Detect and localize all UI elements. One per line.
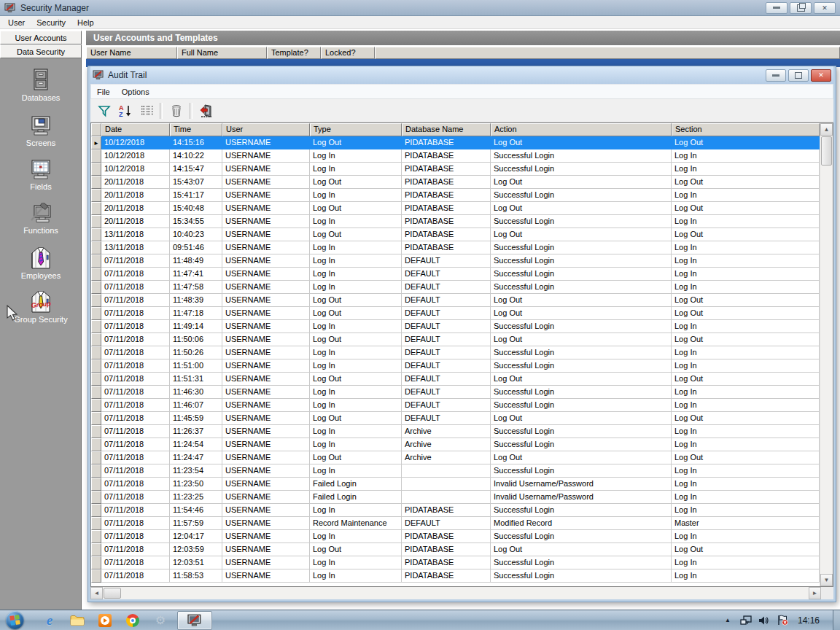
cell-section[interactable]: Log In xyxy=(672,149,820,163)
cell-date[interactable]: 07/11/2018 xyxy=(101,478,170,491)
table-row[interactable]: 07/11/201811:48:39USERNAMELog OutDEFAULT… xyxy=(91,294,820,307)
cell-action[interactable]: Successful Login xyxy=(491,215,672,228)
cell-action[interactable]: Log Out xyxy=(491,543,672,556)
cell-type[interactable]: Log In xyxy=(310,359,402,373)
cell-user[interactable]: USERNAME xyxy=(222,451,310,464)
cell-time[interactable]: 11:51:00 xyxy=(170,359,222,373)
cell-action[interactable]: Successful Login xyxy=(491,254,672,268)
cell-database-name[interactable]: DEFAULT xyxy=(402,333,491,346)
cell-section[interactable]: Log In xyxy=(672,438,820,451)
table-row[interactable]: 13/11/201809:51:46USERNAMELog InPIDATABA… xyxy=(91,241,820,254)
cell-type[interactable]: Log Out xyxy=(310,307,402,320)
row-selector[interactable] xyxy=(91,281,101,294)
table-row[interactable]: 07/11/201811:51:31USERNAMELog OutDEFAULT… xyxy=(91,373,820,386)
table-row[interactable]: 07/11/201811:57:59USERNAMERecord Mainten… xyxy=(91,517,820,530)
cell-database-name[interactable]: DEFAULT xyxy=(402,294,491,307)
cell-section[interactable]: Log Out xyxy=(672,176,820,189)
cell-type[interactable]: Log In xyxy=(310,399,402,412)
cell-user[interactable]: USERNAME xyxy=(222,464,310,478)
cell-type[interactable]: Log Out xyxy=(310,228,402,241)
cell-date[interactable]: 07/11/2018 xyxy=(101,543,170,556)
row-selector[interactable] xyxy=(91,504,101,517)
cell-action[interactable]: Successful Login xyxy=(491,189,672,202)
cell-type[interactable]: Log In xyxy=(310,530,402,543)
row-selector[interactable]: ► xyxy=(91,136,101,149)
minimize-button[interactable] xyxy=(766,2,788,14)
cell-date[interactable]: 07/11/2018 xyxy=(101,307,170,320)
audit-maximize-button[interactable] xyxy=(788,69,809,82)
scroll-right-button[interactable]: ► xyxy=(809,587,821,599)
cell-type[interactable]: Log Out xyxy=(310,202,402,215)
cell-section[interactable]: Log In xyxy=(672,556,820,569)
menu-help[interactable]: Help xyxy=(71,18,100,28)
row-selector[interactable] xyxy=(91,425,101,438)
cell-date[interactable]: 07/11/2018 xyxy=(101,399,170,412)
cell-user[interactable]: USERNAME xyxy=(222,268,310,281)
volume-icon[interactable] xyxy=(758,615,770,626)
row-selector[interactable] xyxy=(91,163,101,176)
row-selector[interactable] xyxy=(91,215,101,228)
exit-button[interactable] xyxy=(195,101,217,120)
cell-type[interactable]: Log In xyxy=(310,556,402,569)
table-row[interactable]: 07/11/201811:23:50USERNAMEFailed LoginIn… xyxy=(91,478,820,491)
cell-type[interactable]: Log In xyxy=(310,268,402,281)
cell-section[interactable]: Log In xyxy=(672,569,820,583)
table-row[interactable]: 07/11/201812:03:59USERNAMELog OutPIDATAB… xyxy=(91,543,820,556)
cell-section[interactable]: Log In xyxy=(672,254,820,268)
cell-user[interactable]: USERNAME xyxy=(222,399,310,412)
cell-date[interactable]: 20/11/2018 xyxy=(101,176,170,189)
cell-action[interactable]: Successful Login xyxy=(491,530,672,543)
action-center-flag-icon[interactable] xyxy=(777,615,788,626)
cell-database-name[interactable]: DEFAULT xyxy=(402,399,491,412)
cell-section[interactable]: Log In xyxy=(672,530,820,543)
cell-database-name[interactable]: DEFAULT xyxy=(402,373,491,386)
cell-section[interactable]: Log Out xyxy=(672,543,820,556)
cell-date[interactable]: 07/11/2018 xyxy=(101,320,170,333)
cell-section[interactable]: Log Out xyxy=(672,136,820,149)
cell-type[interactable]: Log Out xyxy=(310,294,402,307)
cell-date[interactable]: 10/12/2018 xyxy=(101,136,170,149)
cell-user[interactable]: USERNAME xyxy=(222,569,310,583)
menu-options[interactable]: Options xyxy=(116,87,155,97)
table-row[interactable]: 07/11/201812:03:51USERNAMELog InPIDATABA… xyxy=(91,556,820,569)
cell-date[interactable]: 20/11/2018 xyxy=(101,202,170,215)
cell-time[interactable]: 12:04:17 xyxy=(170,530,222,543)
row-selector[interactable] xyxy=(91,307,101,320)
tab-data-security[interactable]: Data Security xyxy=(0,44,82,58)
cell-time[interactable]: 15:34:55 xyxy=(170,215,222,228)
cell-date[interactable]: 07/11/2018 xyxy=(101,491,170,504)
cell-section[interactable]: Log In xyxy=(672,425,820,438)
cell-type[interactable]: Log Out xyxy=(310,176,402,189)
cell-user[interactable]: USERNAME xyxy=(222,176,310,189)
cell-time[interactable]: 11:45:59 xyxy=(170,412,222,425)
cell-time[interactable]: 10:40:23 xyxy=(170,228,222,241)
cell-action[interactable]: Successful Login xyxy=(491,399,672,412)
tab-user-accounts[interactable]: User Accounts xyxy=(0,31,82,44)
cell-action[interactable]: Log Out xyxy=(491,228,672,241)
cell-type[interactable]: Failed Login xyxy=(310,491,402,504)
cell-action[interactable]: Successful Login xyxy=(491,425,672,438)
cell-database-name[interactable]: PIDATABASE xyxy=(402,530,491,543)
cell-action[interactable]: Invalid Username/Password xyxy=(491,491,672,504)
column-header-type[interactable]: Type xyxy=(310,123,402,136)
cell-type[interactable]: Log In xyxy=(310,189,402,202)
row-selector[interactable] xyxy=(91,491,101,504)
cell-time[interactable]: 15:41:17 xyxy=(170,189,222,202)
column-header-section[interactable]: Section xyxy=(672,123,820,136)
cell-time[interactable]: 14:15:16 xyxy=(170,136,222,149)
cell-action[interactable]: Successful Login xyxy=(491,438,672,451)
cell-type[interactable]: Log Out xyxy=(310,333,402,346)
cell-section[interactable]: Log In xyxy=(672,504,820,517)
cell-date[interactable]: 20/11/2018 xyxy=(101,215,170,228)
settings-gear-icon[interactable]: ⚙ xyxy=(149,611,171,630)
cell-time[interactable]: 11:46:30 xyxy=(170,386,222,399)
cell-user[interactable]: USERNAME xyxy=(222,386,310,399)
cell-date[interactable]: 07/11/2018 xyxy=(101,530,170,543)
row-selector[interactable] xyxy=(91,359,101,373)
cell-user[interactable]: USERNAME xyxy=(222,241,310,254)
cell-time[interactable]: 11:48:39 xyxy=(170,294,222,307)
cell-user[interactable]: USERNAME xyxy=(222,543,310,556)
cell-user[interactable]: USERNAME xyxy=(222,333,310,346)
cell-database-name[interactable] xyxy=(402,464,491,478)
cell-time[interactable]: 11:50:06 xyxy=(170,333,222,346)
